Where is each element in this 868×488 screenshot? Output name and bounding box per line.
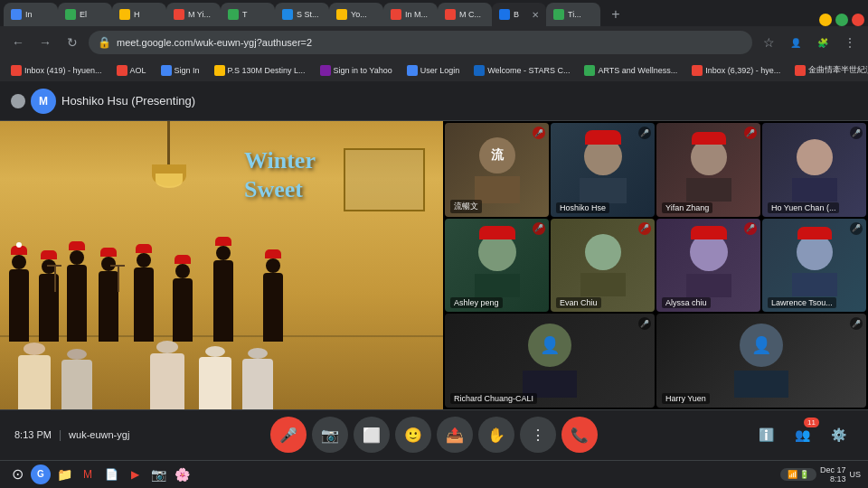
meet-container: M Hoshiko Hsu (Presenting) — [0, 81, 868, 459]
tab-close[interactable]: ✕ — [532, 10, 539, 20]
stand-top-2 — [110, 265, 125, 267]
tab-meet-active[interactable]: B ✕ — [492, 3, 546, 26]
winter-text: Winter Sweet — [244, 146, 316, 202]
reload-button[interactable]: ↻ — [61, 32, 83, 53]
people-button-wrap: 👥 11 — [787, 419, 817, 450]
more-options-button[interactable]: ⋮ — [520, 417, 556, 453]
share-screen-button[interactable]: ⬜ — [354, 417, 390, 453]
camera-button[interactable]: 📷 — [312, 417, 348, 453]
docs-taskbar-icon[interactable]: 📄 — [101, 465, 121, 484]
musician-5 — [134, 267, 154, 342]
audience-row — [0, 339, 443, 409]
meet-bottom-bar: 8:13 PM | wuk-euwn-ygj 🎤 📷 ⬜ 🙂 📤 ✋ ⋮ 📞 ℹ… — [0, 409, 868, 460]
clock-area[interactable]: Dec 17 8:13 — [820, 465, 846, 483]
bookmark-arts[interactable]: ARTS and Wellness... — [579, 61, 683, 80]
meet-logo: M — [31, 89, 56, 114]
wall-artwork — [344, 148, 425, 211]
bookmark-youtube[interactable]: 金曲情牽半世紀演... — [789, 61, 868, 80]
tab-8[interactable]: In M... — [383, 3, 438, 26]
back-button[interactable]: ← — [7, 32, 29, 53]
tab-9[interactable]: M C... — [438, 3, 492, 26]
chrome-taskbar: ⊙ G 📁 M 📄 ▶ 📷 🌸 📶 🔋 Dec 17 8:13 US — [0, 460, 868, 488]
bookmark-icon-7 — [474, 65, 485, 76]
minimize-button[interactable]: − — [819, 14, 832, 26]
tab-7[interactable]: Yo... — [329, 3, 383, 26]
mic-icon-10: 🎤 — [850, 317, 863, 330]
bookmark-user[interactable]: User Login — [401, 61, 466, 80]
launcher-button[interactable]: ⊙ — [7, 465, 27, 484]
body-10 — [734, 371, 788, 398]
avatar-2 — [584, 137, 622, 175]
participant-name-5: Ashley peng — [450, 297, 503, 308]
end-call-button[interactable]: 📞 — [561, 417, 598, 453]
bookmark-icon-9 — [692, 65, 703, 76]
avatar-3 — [691, 139, 727, 175]
new-tab-button[interactable]: + — [604, 3, 627, 26]
body-3 — [686, 178, 731, 202]
participant-tile-5: 🎤 Ashley peng — [445, 219, 549, 312]
youtube-taskbar-icon[interactable]: ▶ — [125, 465, 145, 484]
musician-7 — [213, 260, 233, 342]
tab-inbox[interactable]: In — [4, 3, 58, 26]
tab-favicon-3 — [119, 9, 130, 20]
tab-2[interactable]: El — [58, 3, 112, 26]
bookmark-label-6: User Login — [420, 66, 460, 75]
audience-1 — [18, 355, 51, 409]
avatar-6 — [585, 234, 621, 270]
tab-3[interactable]: H — [112, 3, 166, 26]
camera-taskbar-icon[interactable]: 📷 — [148, 465, 168, 484]
present-button[interactable]: 📤 — [437, 417, 473, 453]
separator-1: | — [59, 428, 61, 441]
bookmark-icon-6 — [407, 65, 418, 76]
close-button[interactable]: ✕ — [852, 14, 864, 26]
musician-8 — [263, 273, 283, 342]
bookmark-yahoo[interactable]: Sign in to Yahoo — [315, 61, 398, 80]
files-icon[interactable]: 📁 — [54, 465, 74, 484]
bookmark-aol[interactable]: AOL — [111, 61, 152, 80]
musicians-row — [9, 260, 434, 342]
activities-button[interactable]: ⚙️ — [823, 419, 854, 450]
meet-body: Winter Sweet — [0, 121, 868, 408]
taskbar-left: ⊙ G 📁 M 📄 ▶ 📷 🌸 — [7, 465, 192, 484]
tab-5[interactable]: T — [221, 3, 275, 26]
bookmark-ps130[interactable]: P.S 130M Destiny L... — [209, 61, 311, 80]
audience-4 — [199, 357, 231, 409]
meeting-code: wuk-euwn-ygj — [69, 429, 129, 440]
mute-button[interactable]: 🎤 — [270, 417, 307, 453]
participant-tile-3: 🎤 Yifan Zhang — [656, 123, 760, 216]
bookmark-inbox2[interactable]: Inbox (6,392) - hye... — [686, 61, 786, 80]
photos-taskbar-icon[interactable]: 🌸 — [172, 465, 192, 484]
bookmark-label-2: AOL — [130, 66, 146, 75]
chrome-taskbar-icon[interactable]: G — [31, 465, 51, 484]
raise-hand-button[interactable]: ✋ — [478, 417, 514, 453]
forward-button[interactable]: → — [34, 32, 56, 53]
santa-hat-5 — [479, 226, 515, 239]
bookmark-label-9: Inbox (6,392) - hye... — [705, 66, 780, 75]
bookmark-inbox[interactable]: Inbox (419) - hyuen... — [5, 61, 108, 80]
audience-5 — [242, 359, 273, 409]
santa-hat-8 — [797, 227, 832, 239]
bookmark-signin[interactable]: Sign In — [156, 61, 205, 80]
menu-button[interactable]: ⋮ — [839, 32, 861, 53]
tab-strip: In El H M Yi... T S St... Yo... In M... — [0, 0, 868, 26]
musician-1 — [9, 269, 29, 342]
address-bar[interactable]: 🔒 meet.google.com/wuk-euwn-ygj?authuser=… — [89, 31, 752, 54]
avatar-8 — [797, 234, 833, 270]
bookmark-button[interactable]: ☆ — [758, 32, 779, 53]
participant-content-8 — [792, 234, 837, 296]
info-button[interactable]: ℹ️ — [750, 419, 781, 450]
emoji-button[interactable]: 🙂 — [395, 417, 431, 453]
tab-label-6: S St... — [297, 10, 319, 19]
system-tray[interactable]: 📶 🔋 — [780, 468, 816, 481]
profile-button[interactable]: 👤 — [785, 32, 807, 53]
mic-icon-8: 🎤 — [850, 222, 863, 235]
tab-11[interactable]: Ti... — [546, 3, 600, 26]
tab-4[interactable]: M Yi... — [166, 3, 221, 26]
extension-button[interactable]: 🧩 — [812, 32, 834, 53]
maximize-button[interactable]: □ — [835, 14, 848, 26]
participant-content-9: 👤 — [523, 324, 577, 398]
bookmark-stars[interactable]: Welcome - STARS C... — [468, 61, 575, 80]
tab-6[interactable]: S St... — [275, 3, 329, 26]
tab-favicon-7 — [336, 9, 347, 20]
gmail-taskbar-icon[interactable]: M — [78, 465, 98, 484]
